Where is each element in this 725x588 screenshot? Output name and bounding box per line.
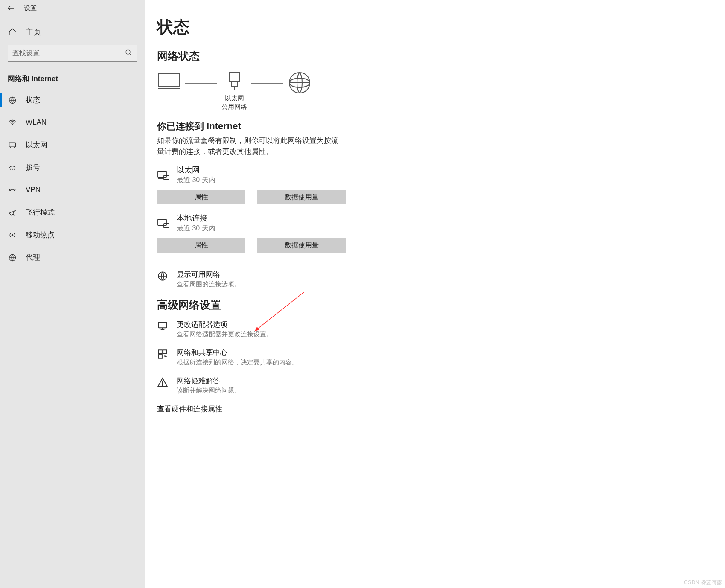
data-usage-button[interactable]: 数据使用量	[257, 190, 346, 204]
sidebar: 设置 主页 网络和 Internet 状态	[0, 0, 145, 588]
diagram-globe-node	[288, 71, 312, 95]
sidebar-item-label: 状态	[26, 95, 40, 105]
sidebar-item-proxy[interactable]: 代理	[0, 246, 145, 269]
link-title: 网络和共享中心	[177, 348, 298, 358]
watermark: CSDN @蓝莓露	[684, 579, 722, 586]
sidebar-item-label: 飞行模式	[26, 207, 55, 217]
diagram-line	[251, 83, 283, 84]
properties-button[interactable]: 属性	[157, 238, 245, 253]
globe-icon	[157, 271, 169, 282]
search-icon	[125, 49, 132, 58]
svg-rect-21	[158, 322, 167, 328]
show-networks-link[interactable]: 显示可用网络 查看周围的连接选项。	[157, 270, 725, 288]
advanced-heading: 高级网络设置	[157, 298, 725, 312]
link-desc: 诊断并解决网络问题。	[177, 387, 241, 395]
back-button[interactable]	[6, 3, 16, 13]
sidebar-item-status[interactable]: 状态	[0, 89, 145, 111]
diagram-pc-node	[157, 71, 181, 91]
sidebar-item-label: VPN	[26, 186, 41, 194]
svg-point-7	[9, 189, 11, 190]
link-desc: 查看周围的连接选项。	[177, 280, 241, 288]
network-status-heading: 网络状态	[157, 49, 725, 63]
link-title: 更改适配器选项	[177, 320, 273, 329]
svg-rect-22	[158, 350, 162, 354]
hardware-properties-link[interactable]: 查看硬件和连接属性	[157, 404, 725, 414]
status-icon	[8, 96, 17, 105]
titlebar: 设置	[0, 0, 145, 16]
hotspot-icon	[8, 230, 17, 240]
adapter-icon	[225, 71, 244, 91]
pc-icon	[157, 71, 181, 91]
svg-point-6	[14, 169, 15, 169]
sidebar-item-dialup[interactable]: 拨号	[0, 156, 145, 179]
window-title: 设置	[24, 4, 37, 12]
sidebar-home[interactable]: 主页	[0, 16, 145, 42]
sidebar-item-label: WLAN	[26, 118, 47, 127]
home-icon	[8, 27, 17, 37]
link-title: 显示可用网络	[177, 270, 241, 279]
svg-point-2	[12, 124, 13, 125]
diagram-adapter-node: 以太网 公用网络	[221, 71, 247, 111]
svg-point-5	[12, 169, 13, 169]
wifi-icon	[8, 118, 17, 127]
svg-rect-16	[158, 171, 166, 177]
svg-rect-13	[231, 81, 237, 86]
sidebar-item-label: 移动热点	[26, 230, 55, 240]
network-diagram: 以太网 公用网络	[157, 71, 725, 111]
sharing-icon	[157, 349, 169, 361]
globe-icon	[288, 71, 312, 95]
ethernet-icon	[157, 169, 169, 181]
sidebar-home-label: 主页	[26, 27, 41, 37]
ethernet-icon	[157, 218, 169, 230]
ethernet-icon	[8, 140, 17, 150]
connection-block: 以太网 最近 30 天内 属性 数据使用量	[157, 165, 725, 204]
svg-point-8	[14, 189, 15, 190]
troubleshoot-link[interactable]: 网络疑难解答 诊断并解决网络问题。	[157, 376, 725, 395]
airplane-icon	[8, 208, 17, 217]
sidebar-item-vpn[interactable]: VPN	[0, 179, 145, 201]
sharing-center-link[interactable]: 网络和共享中心 根据所连接到的网络，决定要共享的内容。	[157, 348, 725, 367]
change-adapter-link[interactable]: 更改适配器选项 查看网络适配器并更改连接设置。	[157, 320, 725, 338]
svg-rect-18	[158, 219, 166, 225]
adapter-name: 以太网	[221, 94, 247, 102]
connection-name: 本地连接	[177, 213, 215, 223]
sidebar-item-label: 拨号	[26, 163, 40, 172]
search-box[interactable]	[8, 45, 137, 62]
connected-desc: 如果你的流量套餐有限制，则你可以将此网络设置为按流量计费的连接，或者更改其他属性…	[157, 135, 345, 157]
connected-heading: 你已连接到 Internet	[157, 120, 725, 133]
link-desc: 查看网络适配器并更改连接设置。	[177, 330, 273, 338]
monitor-icon	[157, 320, 169, 332]
adapter-type: 公用网络	[221, 102, 247, 111]
sidebar-section-label: 网络和 Internet	[0, 70, 145, 89]
svg-rect-23	[163, 350, 167, 354]
connection-name: 以太网	[177, 165, 215, 175]
sidebar-item-wlan[interactable]: WLAN	[0, 111, 145, 134]
content-area: 状态 网络状态 以太网 公用网络	[145, 0, 725, 588]
sidebar-item-hotspot[interactable]: 移动热点	[0, 224, 145, 246]
sidebar-item-ethernet[interactable]: 以太网	[0, 134, 145, 156]
proxy-icon	[8, 253, 17, 262]
svg-point-0	[126, 50, 130, 54]
svg-point-9	[12, 234, 13, 236]
svg-rect-3	[9, 143, 16, 147]
connection-sub: 最近 30 天内	[177, 176, 215, 185]
svg-point-4	[10, 169, 11, 169]
sidebar-item-airplane[interactable]: 飞行模式	[0, 201, 145, 224]
link-title: 网络疑难解答	[177, 376, 241, 386]
properties-button[interactable]: 属性	[157, 190, 245, 204]
connection-block: 本地连接 最近 30 天内 属性 数据使用量	[157, 213, 725, 253]
page-title: 状态	[157, 16, 725, 38]
sidebar-item-label: 以太网	[26, 140, 47, 150]
connection-sub: 最近 30 天内	[177, 224, 215, 233]
sidebar-item-label: 代理	[26, 253, 40, 262]
link-desc: 根据所连接到的网络，决定要共享的内容。	[177, 358, 298, 367]
warning-icon	[157, 377, 169, 389]
dialup-icon	[8, 163, 17, 172]
svg-rect-24	[158, 355, 162, 358]
svg-point-25	[162, 384, 163, 385]
svg-rect-11	[159, 73, 179, 86]
vpn-icon	[8, 185, 17, 195]
data-usage-button[interactable]: 数据使用量	[257, 238, 346, 253]
svg-rect-12	[229, 73, 239, 81]
search-input[interactable]	[12, 49, 125, 57]
